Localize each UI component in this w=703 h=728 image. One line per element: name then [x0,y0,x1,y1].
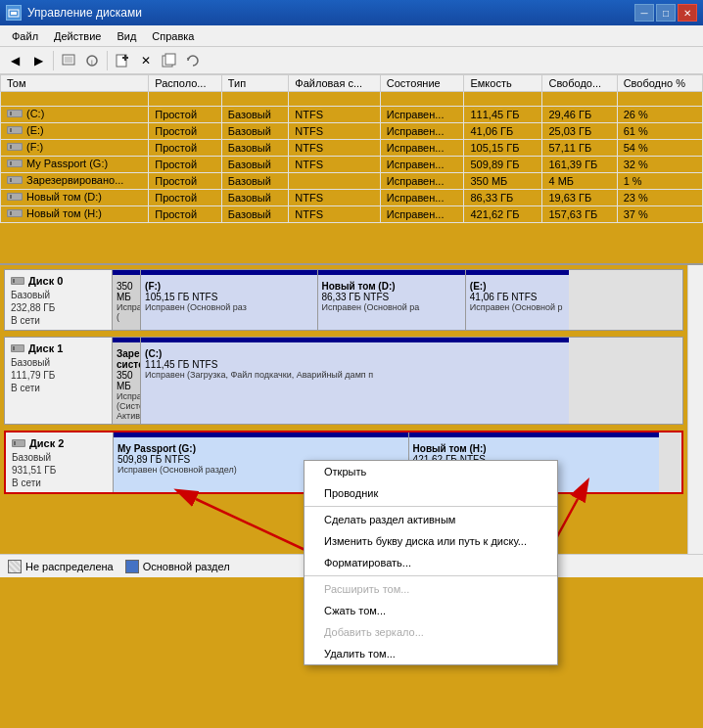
svg-rect-32 [10,211,12,215]
ctx-item-0[interactable]: Открыть [305,461,557,482]
svg-rect-23 [10,161,12,165]
legend-unallocated: Не распределена [8,560,114,573]
partition-size: 86,33 ГБ NTFS [322,292,461,302]
table-row[interactable]: Зарезервировано... Простой Базовый Испра… [1,173,703,190]
partition-size: 350 МБ [117,281,136,302]
legend-primary-box [125,560,139,573]
partition-disk0-3[interactable]: (E:) 41,06 ГБ NTFS Исправен (Основной р [466,270,569,330]
partition-disk0-0[interactable]: 350 МБ Исправен ( [113,270,141,330]
partition-status: Исправен (Основной раз [145,302,312,312]
scrollbar[interactable] [687,265,703,554]
partition-status: Исправен ( [117,302,136,322]
disk-table: Том Располо... Тип Файловая с... Состоян… [0,74,703,223]
partition-name: Новый том (D:) [322,281,461,292]
col-capacity[interactable]: Емкость [464,75,542,92]
ctx-item-10[interactable]: Удалить том... [305,643,557,664]
legend-primary: Основной раздел [125,560,230,573]
delete-button[interactable]: ✕ [135,50,157,71]
disk-table-area: Том Располо... Тип Файловая с... Состоян… [0,74,703,265]
disk-type: Базовый [11,357,106,368]
table-row[interactable]: My Passport (G:) Простой Базовый NTFS Ис… [1,157,703,173]
window-title: Управление дисками [27,6,142,20]
col-status[interactable]: Состояние [380,75,464,92]
partition-name: My Passport (G:) [117,443,404,454]
title-bar: Управление дисками ─ □ ✕ [0,0,703,25]
menu-bar: Файл Действие Вид Справка [0,25,703,47]
partition-size: 111,45 ГБ NTFS [145,359,565,370]
col-fs[interactable]: Файловая с... [289,75,380,92]
ctx-item-9: Добавить зеркало... [305,621,557,643]
col-layout[interactable]: Располо... [149,75,222,92]
menu-help[interactable]: Справка [144,28,202,44]
disk-name: Диск 1 [11,341,106,355]
disk-type: Базовый [12,452,107,463]
svg-rect-38 [13,346,15,350]
partition-status: Исправен (Основной ра [322,302,461,312]
ctx-item-1[interactable]: Проводник [305,482,557,504]
disk-partitions-disk1: Зарезервировано систем 350 МБ Исправен (… [113,338,682,424]
table-row[interactable]: (F:) Простой Базовый NTFS Исправен... 10… [1,140,703,157]
table-row[interactable]: (E:) Простой Базовый NTFS Исправен... 41… [1,123,703,140]
svg-rect-10 [165,54,175,65]
partition-disk0-1[interactable]: (F:) 105,15 ГБ NTFS Исправен (Основной р… [141,270,317,330]
ctx-item-5[interactable]: Форматировать... [305,552,557,573]
table-row[interactable]: Новый том (D:) Простой Базовый NTFS Испр… [1,190,703,206]
ctx-sep-6 [305,575,557,576]
ctx-item-3[interactable]: Сделать раздел активным [305,509,557,530]
window-controls: ─ □ ✕ [634,4,697,22]
back-button[interactable]: ◀ [4,50,25,71]
copy-button[interactable] [159,50,180,71]
svg-rect-35 [13,279,15,283]
col-freepct[interactable]: Свободно % [617,75,702,92]
disk-size: 232,88 ГБ [11,302,106,313]
menu-action[interactable]: Действие [46,28,109,44]
partition-disk1-0[interactable]: Зарезервировано систем 350 МБ Исправен (… [113,338,141,424]
svg-rect-17 [10,128,12,132]
forward-button[interactable]: ▶ [27,50,49,71]
partition-name: Зарезервировано систем [117,348,136,370]
refresh-button[interactable] [182,50,204,71]
disk-partitions-disk0: 350 МБ Исправен ( (F:) 105,15 ГБ NTFS Ис… [113,270,682,330]
col-volume[interactable]: Том [1,75,149,92]
disk-status: В сети [12,478,107,488]
table-row[interactable] [1,92,703,107]
svg-rect-20 [10,145,12,149]
up-button[interactable] [58,50,79,71]
disk-row-disk1[interactable]: Диск 1 Базовый 111,79 ГБ В сети Зарезерв… [4,337,683,425]
context-menu: ОткрытьПроводникСделать раздел активнымИ… [304,460,558,665]
svg-rect-29 [10,195,12,199]
svg-rect-14 [10,112,12,115]
close-button[interactable]: ✕ [678,4,697,22]
new-button[interactable] [112,50,133,71]
menu-file[interactable]: Файл [4,28,46,44]
partition-disk0-2[interactable]: Новый том (D:) 86,33 ГБ NTFS Исправен (О… [318,270,466,330]
col-type[interactable]: Тип [221,75,289,92]
maximize-button[interactable]: □ [656,4,676,22]
toolbar-separator-1 [53,51,54,70]
partition-size: 41,06 ГБ NTFS [470,292,565,302]
svg-rect-1 [11,12,17,15]
table-row[interactable]: (C:) Простой Базовый NTFS Исправен... 11… [1,107,703,123]
properties-button[interactable]: i [81,50,103,71]
minimize-button[interactable]: ─ [634,4,654,22]
partition-name: (E:) [470,281,565,292]
partition-status: Исправен (Загрузка, Файл подкачки, Авари… [145,370,565,380]
disk-status: В сети [11,383,106,393]
partition-disk1-1[interactable]: (C:) 111,45 ГБ NTFS Исправен (Загрузка, … [141,338,569,424]
disk-info-disk0: Диск 0 Базовый 232,88 ГБ В сети [5,270,113,330]
ctx-sep-2 [305,506,557,507]
col-free[interactable]: Свободо... [542,75,617,92]
disk-size: 931,51 ГБ [12,465,107,476]
disk-row-disk0[interactable]: Диск 0 Базовый 232,88 ГБ В сети 350 МБ И… [4,269,683,331]
ctx-item-4[interactable]: Изменить букву диска или путь к диску... [305,530,557,552]
legend-primary-label: Основной раздел [143,561,230,572]
ctx-item-8[interactable]: Сжать том... [305,600,557,621]
partition-name: (F:) [145,281,312,292]
menu-view[interactable]: Вид [109,28,144,44]
disk-name: Диск 0 [11,274,106,288]
svg-text:i: i [91,58,93,67]
disk-name: Диск 2 [12,436,107,450]
partition-status: Исправен (Система, Актив [117,391,136,421]
table-row[interactable]: Новый том (H:) Простой Базовый NTFS Испр… [1,206,703,223]
ctx-item-7: Расширить том... [305,578,557,600]
